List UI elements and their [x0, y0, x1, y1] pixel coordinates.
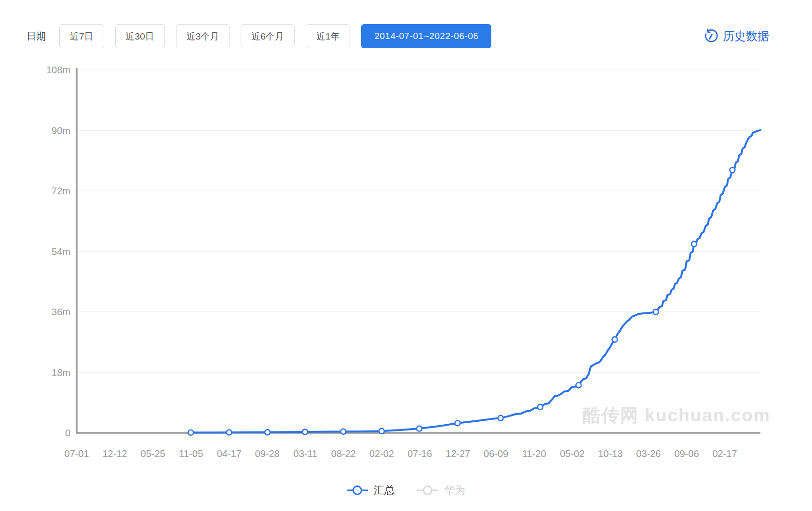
x-axis-tick-label: 09-28: [255, 448, 280, 459]
x-axis-tick-label: 02-17: [712, 448, 737, 459]
data-point-marker: [227, 430, 232, 435]
x-axis-tick-label: 03-26: [636, 448, 661, 459]
data-point-marker: [730, 167, 735, 173]
x-axis-tick-label: 10-13: [598, 448, 623, 459]
x-axis-tick-label: 12-12: [102, 448, 127, 459]
data-point-marker: [538, 404, 543, 410]
data-point-marker: [498, 416, 503, 421]
x-axis-tick-label: 07-01: [64, 448, 89, 459]
data-point-marker: [188, 430, 193, 435]
chart-legend: 汇总华为: [0, 483, 812, 498]
x-axis-tick-label: 05-02: [560, 448, 584, 459]
watermark: 酷传网 kuchuan.com: [582, 405, 771, 425]
data-point-marker: [379, 429, 384, 434]
legend-item-label: 汇总: [374, 483, 395, 498]
data-point-marker: [612, 337, 617, 342]
legend-marker-icon: [347, 484, 368, 496]
legend-marker-icon: [417, 484, 438, 496]
x-axis-tick-label: 11-05: [179, 448, 203, 459]
x-axis-tick-label: 09-06: [674, 448, 699, 459]
y-axis-tick-label: 54m: [52, 246, 70, 257]
data-point-marker: [653, 309, 659, 315]
data-point-marker: [302, 429, 308, 434]
x-axis-tick-label: 12-27: [446, 448, 470, 459]
x-axis-tick-label: 05-25: [141, 448, 165, 459]
legend-item-total[interactable]: 汇总: [347, 483, 395, 498]
legend-item-label: 华为: [444, 483, 465, 498]
x-axis-tick-label: 11-20: [522, 448, 546, 459]
x-axis-tick-label: 03-11: [294, 448, 318, 459]
y-axis-tick-label: 18m: [52, 367, 70, 378]
data-point-marker: [691, 242, 697, 247]
x-axis-tick-label: 04-17: [217, 448, 242, 459]
legend-item-huawei[interactable]: 华为: [417, 483, 465, 498]
data-point-marker: [341, 429, 346, 434]
y-axis-tick-label: 90m: [52, 125, 70, 136]
y-axis-tick-label: 0: [65, 428, 70, 438]
data-point-marker: [576, 382, 581, 388]
data-point-marker: [417, 426, 422, 431]
chart-plot-area[interactable]: 酷传网 kuchuan.com018m36m54m72m90m108m07-01…: [0, 0, 812, 511]
y-axis-tick-label: 72m: [52, 186, 70, 196]
y-axis-tick-label: 36m: [52, 307, 70, 317]
x-axis-tick-label: 02-02: [369, 448, 394, 459]
x-axis-tick-label: 06-09: [484, 448, 508, 459]
x-axis-tick-label: 08-22: [331, 448, 356, 459]
y-axis-tick-label: 108m: [46, 65, 70, 75]
x-axis-tick-label: 07-16: [407, 448, 432, 459]
data-point-marker: [455, 420, 460, 426]
series-line-汇总: [191, 130, 760, 433]
data-point-marker: [265, 430, 270, 435]
